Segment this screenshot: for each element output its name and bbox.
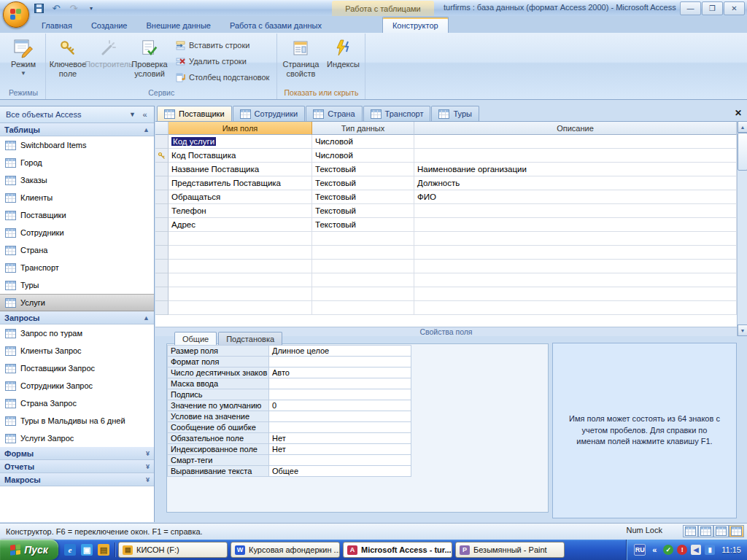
save-button[interactable] [32, 2, 45, 15]
show-desktop-icon[interactable]: ▣ [81, 544, 93, 556]
tab-konstruktor[interactable]: Конструктор [382, 17, 449, 33]
data-type-cell[interactable]: Текстовый [312, 218, 414, 232]
document-close-icon[interactable]: ✕ [735, 108, 742, 118]
qat-dropdown-icon[interactable]: ▾ [85, 2, 98, 15]
view-mode-button[interactable]: Режим ▼ [3, 34, 44, 84]
network-icon[interactable]: ▮ [705, 545, 715, 555]
property-value[interactable] [269, 389, 411, 400]
test-validation-button[interactable]: Проверка условий [129, 34, 170, 84]
sidebar-item-tury-v-maldivy[interactable]: Туры в Мальдивы на 6 дней [0, 412, 154, 429]
sidebar-item-zakazy[interactable]: Заказы [0, 171, 154, 189]
field-row-empty[interactable] [155, 273, 737, 287]
row-selector[interactable] [155, 190, 169, 204]
start-button[interactable]: Пуск [0, 540, 58, 560]
tab-sozdanie[interactable]: Создание [82, 18, 137, 33]
close-button[interactable]: ✕ [724, 1, 745, 15]
taskbar-item-kison[interactable]: ▤ КИСОН (F:) [118, 542, 228, 558]
section-header-macros[interactable]: Макросы ¥ [0, 473, 154, 486]
datasheet-view-button[interactable] [683, 525, 698, 537]
navigation-pane-header[interactable]: Все объекты Access ▼ « [0, 106, 154, 123]
sidebar-item-klienty-zapros[interactable]: Клиенты Запрос [0, 342, 154, 359]
primary-key-button[interactable]: Ключевое поле [47, 34, 88, 84]
redo-button[interactable]: ↷ [67, 2, 80, 15]
volume-icon[interactable]: ◀ [691, 545, 701, 555]
taskbar-item-kursovaya[interactable]: W Курсовая афондеркин ... [231, 542, 340, 558]
data-type-cell[interactable]: Текстовый [312, 204, 414, 218]
section-header-queries[interactable]: Запросы ▲ [0, 311, 154, 324]
sidebar-item-transport[interactable]: Транспорт [0, 259, 154, 276]
sidebar-item-gorod[interactable]: Город [0, 154, 154, 171]
nav-collapse-icon[interactable]: « [139, 109, 151, 120]
property-value[interactable]: Нет [269, 444, 411, 455]
field-name-cell[interactable]: Название Поставщика [169, 163, 312, 176]
description-cell[interactable] [414, 135, 737, 149]
sidebar-item-sotrudniki-zapros[interactable]: Сотрудники Запрос [0, 377, 154, 394]
antivirus-icon[interactable]: ! [677, 545, 687, 555]
description-cell[interactable]: ФИО [414, 190, 737, 204]
design-view-button[interactable] [729, 525, 744, 537]
delete-rows-button[interactable]: Удалить строки [171, 53, 274, 69]
sidebar-item-strana[interactable]: Страна [0, 241, 154, 259]
property-sheet-button[interactable]: Страница свойств [279, 34, 322, 84]
description-cell[interactable] [414, 149, 737, 163]
pivottable-view-button[interactable] [698, 525, 713, 537]
row-selector[interactable] [155, 218, 169, 232]
taskbar-item-paint[interactable]: P Безымянный - Paint [455, 542, 565, 558]
data-type-cell[interactable]: Текстовый [312, 176, 414, 190]
scrollbar-thumb[interactable] [738, 133, 747, 171]
restore-button[interactable]: ❒ [702, 1, 723, 15]
description-cell[interactable]: Должность [414, 176, 737, 190]
sidebar-item-klienty[interactable]: Клиенты [0, 189, 154, 206]
pivotchart-view-button[interactable] [713, 525, 729, 537]
property-value[interactable]: Длинное целое [269, 346, 411, 357]
tray-collapse-icon[interactable]: « [649, 545, 659, 555]
doc-tab-strana[interactable]: Страна [306, 106, 362, 121]
scroll-up-icon[interactable]: ▲ [738, 121, 747, 133]
property-value[interactable]: Нет [269, 433, 411, 444]
property-value[interactable] [269, 378, 411, 389]
field-name-cell[interactable]: Обращаться [169, 190, 312, 204]
office-button[interactable] [3, 1, 29, 28]
folder-icon[interactable]: ▤ [98, 544, 109, 556]
doc-tab-sotrudniki[interactable]: Сотрудники [233, 106, 306, 121]
sidebar-item-tury[interactable]: Туры [0, 276, 154, 294]
row-selector[interactable] [155, 163, 169, 176]
sidebar-item-strana-zapros[interactable]: Страна Запрос [0, 394, 154, 412]
vertical-scrollbar[interactable]: ▲ ▼ [737, 121, 747, 336]
row-selector-primary-key[interactable] [155, 149, 169, 163]
scroll-down-icon[interactable]: ▼ [738, 324, 747, 336]
section-header-tables[interactable]: Таблицы ▲ [0, 123, 154, 136]
field-name-cell[interactable]: Представитель Поставщика [169, 176, 312, 190]
row-selector[interactable] [155, 176, 169, 190]
sidebar-item-uslugi-zapros[interactable]: Услуги Запрос [0, 429, 154, 447]
property-value[interactable] [269, 411, 411, 422]
tab-glavnaya[interactable]: Главная [32, 18, 82, 33]
undo-button[interactable]: ↶ [50, 2, 63, 15]
field-name-cell[interactable]: Адрес [169, 218, 312, 232]
field-row-empty[interactable] [155, 301, 737, 315]
property-value[interactable] [269, 455, 411, 466]
tab-vneshnie-dannye[interactable]: Внешние данные [137, 18, 220, 33]
sidebar-item-zapros-po-turam[interactable]: Запрос по турам [0, 324, 154, 342]
internet-explorer-icon[interactable]: e [64, 544, 76, 556]
field-row-empty[interactable] [155, 232, 737, 246]
property-value[interactable]: Общее [269, 466, 411, 477]
language-indicator[interactable]: RU [634, 544, 646, 556]
doc-tab-tury[interactable]: Туры [431, 106, 479, 121]
data-type-cell[interactable]: Текстовый [312, 163, 414, 176]
data-type-cell[interactable]: Числовой [312, 135, 414, 149]
lookup-column-button[interactable]: Столбец подстановок [171, 69, 274, 85]
description-cell[interactable] [414, 218, 737, 232]
nav-dropdown-icon[interactable]: ▼ [126, 109, 139, 120]
tab-general[interactable]: Общие [174, 332, 217, 346]
property-value[interactable] [269, 357, 411, 368]
row-selector[interactable] [155, 204, 169, 218]
insert-rows-button[interactable]: Вставить строки [171, 37, 274, 53]
sidebar-item-postavshchiki-zapros[interactable]: Поставщики Запрос [0, 359, 154, 377]
minimize-button[interactable]: — [680, 1, 701, 15]
sidebar-item-switchboard-items[interactable]: Switchboard Items [0, 136, 154, 154]
sidebar-item-uslugi[interactable]: Услуги [0, 294, 154, 311]
sidebar-item-postavshchiki[interactable]: Поставщики [0, 206, 154, 224]
section-header-forms[interactable]: Формы ¥ [0, 447, 154, 460]
tab-rabota-s-bazami[interactable]: Работа с базами данных [220, 18, 331, 33]
